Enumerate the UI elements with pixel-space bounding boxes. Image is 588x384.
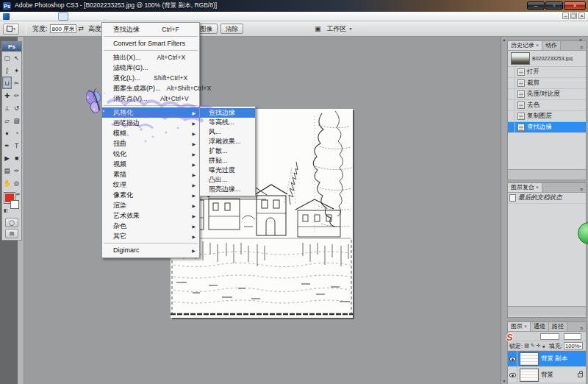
stylize-item-find-edges[interactable]: 查找边缘 <box>200 108 255 118</box>
stylize-item-extrude[interactable]: 凸出... <box>200 175 255 185</box>
tab-layer-comps[interactable]: 图层复合 × <box>508 183 542 192</box>
stylize-item-solarize[interactable]: 曝光过度 <box>200 166 255 175</box>
lock-all-icon[interactable]: ● <box>542 344 545 349</box>
history-brush-source-well[interactable] <box>508 122 515 132</box>
panel-menu-icon[interactable]: ≡ <box>577 187 586 192</box>
toolbox-header[interactable]: Ps <box>2 42 21 51</box>
menu-filter[interactable] <box>58 12 68 21</box>
tab-close-icon[interactable]: × <box>536 183 539 192</box>
history-step-brightness-contrast[interactable]: 亮度/对比度 <box>508 89 586 100</box>
active-tool-preset[interactable]: ▾ <box>3 24 19 35</box>
stylize-item-trace-contour[interactable]: 等高线... <box>200 118 255 127</box>
tab-actions[interactable]: 动作 <box>542 41 561 50</box>
tool-pen[interactable]: ✒ <box>2 139 12 152</box>
menu-edit[interactable] <box>23 12 32 21</box>
menu-image[interactable] <box>32 12 40 21</box>
menu-window[interactable] <box>77 12 86 21</box>
filter-item-texture[interactable]: 纹理 ▶ <box>102 179 199 190</box>
tool-eraser[interactable]: ▱ <box>2 114 12 127</box>
tool-slice[interactable]: ✂ <box>12 77 21 89</box>
lock-image-pixels-icon[interactable]: ✎ <box>531 343 535 349</box>
tool-healing-brush[interactable]: ✚ <box>2 89 12 102</box>
stylize-item-tiles[interactable]: 拼贴... <box>200 156 255 166</box>
tool-path-selection[interactable]: ▶ <box>2 152 12 164</box>
filter-item-pattern-maker[interactable]: 图案生成器(P)... Alt+Shift+Ctrl+X <box>102 83 199 93</box>
tool-zoom[interactable]: ◎ <box>12 177 21 189</box>
filter-item-artistic[interactable]: 艺术效果 ▶ <box>102 210 199 221</box>
tool-dodge[interactable]: ◔ <box>12 127 21 139</box>
filter-item-stylize[interactable]: 风格化 ▶ <box>102 107 199 118</box>
last-document-state-row[interactable]: 最后的文档状态 <box>508 193 586 204</box>
history-brush-source-well[interactable] <box>508 67 515 77</box>
lock-transparent-pixels-icon[interactable]: ▨ <box>524 343 529 349</box>
tool-history-brush[interactable]: ↺ <box>12 102 21 114</box>
tool-eyedropper[interactable]: ✑ <box>12 164 21 177</box>
width-input[interactable] <box>50 24 76 33</box>
filter-item-distort[interactable]: 扭曲 ▶ <box>102 138 199 149</box>
doc-minimize-button[interactable]: – <box>562 13 569 19</box>
filter-item-video[interactable]: 视频 ▶ <box>102 159 199 169</box>
tab-close-icon[interactable]: × <box>524 322 527 331</box>
tool-magic-wand[interactable]: ✦ <box>12 64 21 77</box>
tool-move[interactable]: ↖ <box>12 51 21 64</box>
filter-item-smart-filters[interactable]: Convert for Smart Filters <box>102 38 199 49</box>
stylize-item-glowing-edges[interactable]: 照亮边缘... <box>200 185 255 194</box>
quick-mask-button[interactable]: ◯ <box>5 218 18 227</box>
doc-close-button[interactable]: × <box>578 13 585 19</box>
history-brush-source-well[interactable] <box>508 111 515 121</box>
tool-crop[interactable]: ⊔ <box>2 77 12 89</box>
tool-lasso[interactable]: ʃ <box>2 64 12 77</box>
filter-item-digimarc[interactable]: Digimarc ▶ <box>102 245 199 255</box>
menu-help[interactable] <box>86 12 95 21</box>
tool-clone-stamp[interactable]: ⊥ <box>2 102 12 114</box>
filter-item-noise[interactable]: 杂色 ▶ <box>102 221 199 231</box>
stylize-item-diffuse[interactable]: 扩散... <box>200 146 255 156</box>
filter-item-extract[interactable]: 抽出(X)... Alt+Ctrl+X <box>102 52 199 63</box>
default-colors-icon[interactable]: ◧ <box>4 207 8 213</box>
layer-row-background[interactable]: 背景 <box>508 367 586 383</box>
filter-item-vanishing-point[interactable]: 消失点(V)... Alt+Ctrl+V <box>102 93 199 104</box>
tab-channels[interactable]: 通道 <box>531 322 549 331</box>
workspace-button[interactable]: 工作区 ▼ <box>324 24 356 34</box>
tab-close-icon[interactable]: × <box>536 41 539 50</box>
history-brush-source-well[interactable] <box>508 78 515 88</box>
filter-item-pixelate[interactable]: 像素化 ▶ <box>102 190 199 200</box>
maximize-button[interactable]: ▫ <box>545 1 563 10</box>
layer-row-background-copy[interactable]: 背景 副本 <box>508 351 586 367</box>
dock-collapse-icon[interactable]: « <box>579 38 582 43</box>
history-brush-source-well[interactable] <box>508 89 515 99</box>
sogou-logo-icon[interactable]: S <box>506 332 513 343</box>
visibility-cell[interactable] <box>508 351 517 366</box>
filter-item-other[interactable]: 其它 ▶ <box>102 231 199 241</box>
tool-shape[interactable]: ■ <box>12 152 21 164</box>
swap-dimensions-icon[interactable]: ⇄ <box>79 25 85 32</box>
panel-menu-icon[interactable]: ≡ <box>577 326 586 331</box>
doc-restore-button[interactable]: ❐ <box>570 13 577 19</box>
stylize-item-wind[interactable]: 风... <box>200 127 255 137</box>
tool-blur[interactable]: ♦ <box>2 127 12 139</box>
filter-item-blur[interactable]: 模糊 ▶ <box>102 128 199 138</box>
tool-gradient[interactable]: ▨ <box>12 114 21 127</box>
history-step-open[interactable]: 打开 <box>508 67 586 78</box>
swap-colors-icon[interactable]: ⇄ <box>16 191 20 196</box>
filter-item-render[interactable]: 渲染 ▶ <box>102 200 199 210</box>
tool-notes[interactable]: ▤ <box>2 164 12 177</box>
filter-item-find-edges[interactable]: 查找边缘 Ctrl+F <box>102 24 199 35</box>
history-step-duplicate-layer[interactable]: 复制图层 <box>508 111 586 122</box>
tool-brush[interactable]: ✏ <box>12 89 21 102</box>
filter-item-brush-strokes[interactable]: 画笔描边 ▶ <box>102 118 199 128</box>
panel-menu-icon[interactable]: ≡ <box>577 45 586 50</box>
scroll-up-arrow-icon[interactable]: ▲ <box>501 37 507 43</box>
close-button[interactable]: × <box>564 1 586 10</box>
filter-item-sketch[interactable]: 素描 ▶ <box>102 169 199 179</box>
menu-view[interactable] <box>68 12 77 21</box>
history-step-find-edges[interactable]: 查找边缘 <box>508 122 586 133</box>
tool-type[interactable]: T <box>12 139 21 152</box>
visibility-cell[interactable] <box>508 367 517 383</box>
stylize-item-emboss[interactable]: 浮雕效果... <box>200 137 255 146</box>
filter-item-liquify[interactable]: 液化(L)... Shift+Ctrl+X <box>102 73 199 83</box>
scroll-down-arrow-icon[interactable]: ▼ <box>501 378 507 384</box>
history-brush-source-well[interactable] <box>508 100 515 110</box>
history-step-desaturate[interactable]: 去色 <box>508 100 586 111</box>
menu-select[interactable] <box>49 12 58 21</box>
